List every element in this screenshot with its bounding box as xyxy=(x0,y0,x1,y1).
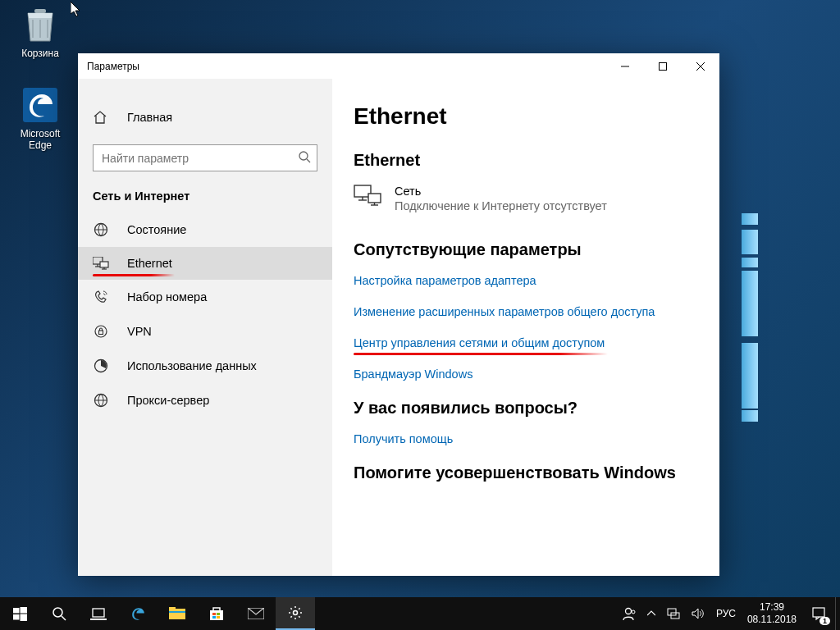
microsoft-edge[interactable]: Microsoft Edge xyxy=(10,85,71,151)
network-item[interactable]: Сеть Подключение к Интернету отсутствует xyxy=(354,185,698,212)
highlight-underline xyxy=(354,353,608,355)
taskbar-file-explorer[interactable] xyxy=(158,597,197,630)
sidebar-item-label: Состояние xyxy=(127,223,186,236)
highlight-underline xyxy=(93,274,175,276)
related-link-2[interactable]: Центр управления сетями и общим доступом xyxy=(354,336,605,349)
titlebar[interactable]: Параметры xyxy=(78,53,719,79)
svg-rect-1 xyxy=(23,88,57,122)
window-title: Параметры xyxy=(78,61,606,72)
tray-network-icon[interactable] xyxy=(661,597,686,630)
svg-point-15 xyxy=(95,326,107,337)
search-input[interactable] xyxy=(93,144,317,171)
svg-rect-32 xyxy=(90,619,107,620)
svg-rect-12 xyxy=(100,262,108,267)
maximize-button[interactable] xyxy=(644,53,682,79)
home-button[interactable]: Главная xyxy=(78,103,332,131)
svg-rect-27 xyxy=(13,614,20,620)
taskbar-store[interactable] xyxy=(197,597,236,630)
wallpaper-accent xyxy=(742,410,758,422)
wallpaper-accent xyxy=(742,258,758,267)
content-pane: Ethernet Ethernet Сеть Подключение к Инт… xyxy=(332,79,719,576)
sidebar-item-proxy[interactable]: Прокси-сервер xyxy=(78,383,332,418)
svg-point-42 xyxy=(294,611,298,615)
svg-point-44 xyxy=(632,610,635,614)
recycle-bin-label: Корзина xyxy=(10,48,71,59)
svg-rect-39 xyxy=(212,616,216,619)
proxy-icon xyxy=(93,393,109,408)
tray-chevron-up-icon[interactable] xyxy=(641,597,661,630)
taskbar-edge[interactable] xyxy=(118,597,158,630)
action-center-button[interactable]: 1 xyxy=(802,597,835,630)
related-settings-title: Сопутствующие параметры xyxy=(354,240,698,259)
related-link-0[interactable]: Настройка параметров адаптера xyxy=(354,274,536,287)
related-link-3[interactable]: Брандмауэр Windows xyxy=(354,368,472,381)
network-icon xyxy=(354,185,381,208)
sidebar-item-label: Набор номера xyxy=(127,290,207,304)
svg-rect-40 xyxy=(217,616,220,619)
svg-rect-34 xyxy=(169,607,176,610)
svg-rect-26 xyxy=(20,607,27,614)
svg-line-30 xyxy=(62,616,66,620)
svg-point-43 xyxy=(625,609,631,614)
svg-rect-45 xyxy=(668,609,676,615)
sidebar-item-vpn[interactable]: VPN xyxy=(78,314,332,349)
close-button[interactable] xyxy=(682,53,719,79)
wallpaper-accent xyxy=(742,213,758,225)
vpn-icon xyxy=(93,324,109,339)
sidebar-item-dialup[interactable]: Набор номера xyxy=(78,280,332,314)
section-ethernet: Ethernet xyxy=(354,151,698,170)
edge-icon xyxy=(21,85,60,125)
home-label: Главная xyxy=(127,111,172,124)
clock-date: 08.11.2018 xyxy=(747,614,797,626)
tray-volume-icon[interactable] xyxy=(686,597,710,630)
wallpaper-accent xyxy=(742,230,758,254)
sidebar-item-label: Использование данных xyxy=(127,359,257,372)
related-link-1[interactable]: Изменение расширенных параметров общего … xyxy=(354,305,655,318)
tray-clock[interactable]: 17:39 08.11.2018 xyxy=(742,597,802,630)
edge-label: Microsoft Edge xyxy=(10,128,71,151)
system-tray: РУС 17:39 08.11.2018 1 xyxy=(615,597,840,630)
svg-rect-22 xyxy=(368,194,381,203)
notif-badge: 1 xyxy=(819,617,830,625)
svg-rect-3 xyxy=(660,62,667,70)
search-button[interactable] xyxy=(39,597,79,630)
tray-language[interactable]: РУС xyxy=(710,597,742,630)
dialup-icon xyxy=(93,290,109,304)
ethernet-icon xyxy=(93,257,109,270)
home-icon xyxy=(93,110,109,125)
svg-rect-25 xyxy=(13,608,20,614)
search-icon xyxy=(298,150,311,163)
sidebar-item-ethernet[interactable]: Ethernet xyxy=(78,247,332,280)
sidebar-item-data[interactable]: Использование данных xyxy=(78,349,332,383)
svg-rect-28 xyxy=(20,614,27,621)
questions-title: У вас появились вопросы? xyxy=(354,399,698,418)
svg-point-6 xyxy=(299,152,308,160)
start-button[interactable] xyxy=(0,597,39,630)
recycle-bin-icon xyxy=(21,5,60,44)
task-view-button[interactable] xyxy=(79,597,118,630)
people-button[interactable] xyxy=(615,597,641,630)
svg-point-29 xyxy=(53,608,62,617)
minimize-button[interactable] xyxy=(606,53,644,79)
wallpaper-accent xyxy=(742,343,758,409)
data-icon xyxy=(93,358,109,373)
network-status: Подключение к Интернету отсутствует xyxy=(395,199,607,212)
sidebar-item-label: Ethernet xyxy=(127,257,172,270)
sidebar-section-title: Сеть и Интернет xyxy=(78,189,332,212)
taskbar-settings[interactable] xyxy=(276,597,315,630)
recycle-bin[interactable]: Корзина xyxy=(10,5,71,59)
sidebar-item-status[interactable]: Состояние xyxy=(78,212,332,247)
wallpaper-accent xyxy=(742,271,758,336)
svg-rect-0 xyxy=(34,9,46,13)
improve-title: Помогите усовершенствовать Windows xyxy=(354,463,698,482)
search-box[interactable] xyxy=(93,144,317,171)
show-desktop-button[interactable] xyxy=(835,597,840,630)
svg-rect-35 xyxy=(169,611,185,613)
settings-window: Параметры Главная Сеть и Интернет Состоя… xyxy=(78,53,719,576)
page-title: Ethernet xyxy=(354,103,698,130)
taskbar-mail[interactable] xyxy=(236,597,276,630)
svg-rect-38 xyxy=(217,613,220,615)
svg-rect-16 xyxy=(99,331,103,335)
status-icon xyxy=(93,222,109,237)
get-help-link[interactable]: Получить помощь xyxy=(354,432,453,445)
